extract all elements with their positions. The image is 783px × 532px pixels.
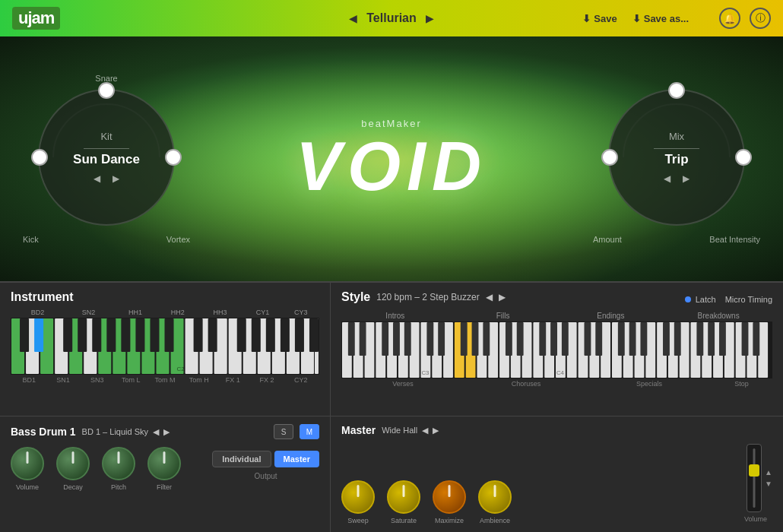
sbk-18[interactable]: [618, 322, 625, 356]
sbk-23[interactable]: [696, 322, 703, 356]
sbk-6[interactable]: [426, 322, 433, 356]
style-piano[interactable]: C3 C4: [341, 321, 772, 378]
maximize-knob[interactable]: [433, 480, 466, 514]
sbk-26[interactable]: [742, 322, 749, 356]
sbk-21[interactable]: [663, 322, 670, 356]
mix-prev-arrow[interactable]: ◀: [664, 173, 670, 184]
kit-prev-arrow[interactable]: ◀: [94, 173, 100, 184]
bkey-9[interactable]: [150, 318, 159, 352]
volume-knob[interactable]: [11, 447, 44, 480]
bkey-15[interactable]: [266, 318, 275, 352]
fader-down-arrow[interactable]: ▼: [765, 480, 772, 488]
notification-button[interactable]: 🔔: [719, 8, 740, 29]
volume-fader-label: Volume: [744, 515, 767, 523]
master-preset-next[interactable]: ▶: [433, 426, 439, 435]
bkey-3[interactable]: [63, 318, 72, 352]
kit-knob-left[interactable]: [31, 149, 48, 166]
mix-knob-top[interactable]: [668, 82, 685, 99]
ambience-knob-label: Ambience: [480, 517, 510, 524]
mix-knob-right[interactable]: [735, 149, 752, 166]
ambience-knob[interactable]: [478, 480, 512, 514]
mix-next-arrow[interactable]: ▶: [683, 173, 689, 184]
s-button[interactable]: S: [274, 424, 293, 439]
save-as-button[interactable]: ⬇ Save as...: [632, 13, 689, 24]
kit-knob-right[interactable]: [165, 149, 182, 166]
filter-knob[interactable]: [147, 447, 181, 480]
sbk-2[interactable]: [360, 322, 366, 356]
decay-knob-item: Decay: [56, 447, 90, 491]
sbk-3[interactable]: [382, 322, 388, 356]
sbk-22[interactable]: [674, 322, 681, 356]
instr-hh2: HH2: [157, 309, 199, 316]
ambience-knob-item: Ambience: [478, 480, 512, 524]
saturate-knob[interactable]: [387, 480, 420, 514]
sbk-9[interactable]: [472, 322, 479, 356]
instr-hh3: HH3: [199, 309, 242, 316]
bkey-8[interactable]: [135, 318, 144, 352]
instrument-piano[interactable]: C2: [11, 318, 319, 375]
sbk-10[interactable]: [483, 322, 490, 356]
sbk-24[interactable]: [708, 322, 715, 356]
bkey-18[interactable]: [309, 318, 319, 352]
sbk-20[interactable]: [640, 322, 647, 356]
bkey-10[interactable]: [164, 318, 173, 352]
sbk-1[interactable]: [348, 322, 355, 356]
volume-fader[interactable]: [747, 444, 762, 512]
decay-knob[interactable]: [56, 447, 90, 480]
bkey-6[interactable]: [106, 318, 116, 352]
info-button[interactable]: ⓘ: [750, 8, 771, 29]
style-bpm-next[interactable]: ▶: [499, 292, 506, 302]
individual-button[interactable]: Individual: [212, 451, 271, 467]
fader-up-arrow[interactable]: ▲: [765, 468, 772, 477]
kit-knob-top[interactable]: [98, 82, 115, 99]
bkey-1[interactable]: [20, 318, 29, 352]
sbk-7[interactable]: [438, 322, 445, 356]
preset-prev-button[interactable]: ◀: [346, 11, 360, 26]
pitch-knob[interactable]: [102, 447, 135, 480]
kit-next-arrow[interactable]: ▶: [113, 173, 119, 184]
mix-dial[interactable]: Mix Trip ◀ ▶: [608, 89, 745, 226]
master-preset-selector: Wide Hall ◀ ▶: [382, 426, 439, 435]
bkey-16[interactable]: [281, 318, 290, 352]
bass-drum-prev[interactable]: ◀: [153, 427, 159, 437]
sbk-11[interactable]: [506, 322, 512, 356]
bass-drum-next[interactable]: ▶: [163, 427, 170, 437]
bkey-2-blue[interactable]: [34, 318, 43, 352]
panel-row-bottom: Bass Drum 1 BD 1 – Liquid Sky ◀ ▶ S M Vo…: [0, 416, 783, 532]
bkey-14[interactable]: [252, 318, 261, 352]
master-output-button[interactable]: Master: [274, 451, 319, 467]
mix-knob-left[interactable]: [601, 149, 618, 166]
save-button[interactable]: ⬇ Save: [582, 13, 617, 24]
sbk-17[interactable]: [595, 322, 602, 356]
fader-handle[interactable]: [749, 464, 759, 477]
sbk-5[interactable]: [404, 322, 411, 356]
preset-next-button[interactable]: ▶: [423, 11, 437, 26]
sbk-27[interactable]: [753, 322, 759, 356]
sbk-13[interactable]: [539, 322, 546, 356]
bkey-5[interactable]: [92, 318, 101, 352]
bkey-7[interactable]: [121, 318, 130, 352]
bkey-12[interactable]: [208, 318, 217, 352]
bkey-4[interactable]: [78, 318, 87, 352]
saturate-knob-item: Saturate: [387, 480, 420, 524]
sbk-15[interactable]: [562, 322, 569, 356]
kit-label: Kit: [100, 131, 112, 142]
sbk-14[interactable]: [550, 322, 557, 356]
sbk-19[interactable]: [629, 322, 636, 356]
sbk-8[interactable]: [461, 322, 468, 356]
style-bpm-prev[interactable]: ◀: [486, 292, 493, 302]
master-preset-prev[interactable]: ◀: [422, 426, 428, 435]
kit-dial[interactable]: Kit Sun Dance ◀ ▶: [38, 89, 175, 226]
sweep-knob[interactable]: [341, 480, 375, 514]
bkey-11[interactable]: [194, 318, 203, 352]
sbk-12[interactable]: [517, 322, 524, 356]
style-endings: Endings: [557, 312, 665, 320]
volume-section: ▲ ▼ Volume: [739, 444, 772, 524]
m-button[interactable]: M: [300, 424, 319, 439]
sbk-4[interactable]: [393, 322, 400, 356]
style-fills: Fills: [449, 312, 557, 320]
bkey-13[interactable]: [237, 318, 246, 352]
bkey-17[interactable]: [295, 318, 304, 352]
sbk-25[interactable]: [719, 322, 726, 356]
sbk-16[interactable]: [584, 322, 591, 356]
